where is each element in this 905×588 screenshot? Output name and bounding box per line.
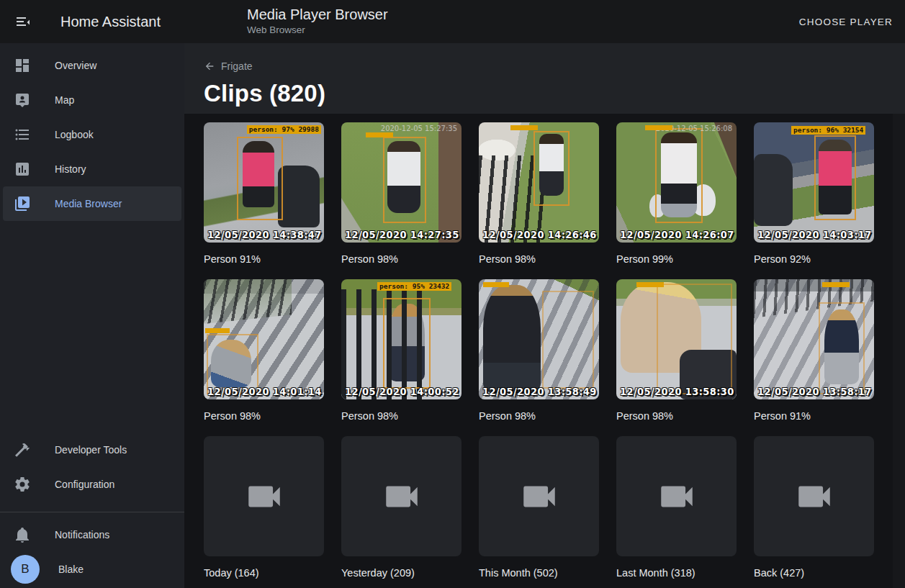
breadcrumb-back[interactable]: Frigate [204, 43, 253, 72]
clip-thumbnail: 12/05/2020 13:58:17 [754, 279, 874, 399]
detection-bbox [655, 128, 703, 223]
folder-thumbnail [341, 436, 461, 556]
detection-tag: person: 96% 32154 [791, 126, 865, 135]
video-icon [518, 476, 560, 517]
cog-icon [14, 476, 31, 493]
clip-thumbnail: person: 97% 29988 12/05/2020 14:38:47 [204, 122, 324, 243]
clip-item[interactable]: 12/05/2020 13:58:17 Person 91% [754, 279, 874, 435]
clip-timestamp: 12/05/2020 14:01:14 [207, 385, 322, 397]
clip-item[interactable]: 12/05/2020 13:58:49 Person 98% [479, 279, 599, 435]
clip-caption: Person 91% [754, 399, 874, 435]
clip-caption: Person 98% [204, 399, 324, 435]
clip-thumbnail: 2020-12-05 15:26:08 12/05/2020 14:26:07 [616, 122, 737, 243]
clip-thumbnail: person: 95% 23432 12/05/2020 14:00:52 [341, 279, 461, 399]
video-icon [656, 476, 698, 517]
folder-thumbnail [204, 436, 324, 556]
scrollbar-track [893, 114, 905, 588]
detection-tag [636, 282, 664, 287]
detection-tag: person: 97% 29988 [247, 125, 321, 134]
sidebar-item-overview[interactable]: Overview [3, 48, 181, 83]
sidebar-item-label: Developer Tools [55, 444, 127, 456]
arrow-left-icon [204, 60, 215, 72]
sidebar-item-history[interactable]: History [3, 152, 181, 186]
sidebar-item-developer-tools[interactable]: Developer Tools [3, 433, 181, 467]
media-browser-content: Frigate Clips (820) person: 97% 29988 12… [184, 43, 905, 588]
clip-item[interactable]: 2020-12-05 15:26:08 12/05/2020 14:26:07 … [616, 122, 737, 278]
camera-watermark: 2020-12-05 15:27:35 [381, 125, 457, 132]
app-title: Home Assistant [60, 14, 161, 30]
sidebar-item-label: Logbook [55, 129, 94, 140]
folder-thumbnail [754, 436, 874, 556]
breadcrumb-label: Frigate [221, 60, 253, 72]
view-dashboard-icon [14, 57, 31, 74]
detection-bbox [819, 302, 865, 394]
video-icon [243, 476, 285, 517]
page-title: Media Player Browser [247, 6, 388, 23]
page-subtitle: Web Browser [247, 24, 388, 35]
chart-box-icon [14, 160, 31, 178]
clip-item[interactable]: 2020-12-05 15:27:35 12/05/2020 14:27:35 … [341, 122, 461, 278]
detection-bbox [383, 137, 426, 223]
detection-tag [822, 282, 850, 287]
detection-tag: person: 95% 23432 [377, 282, 451, 291]
clip-caption: Person 99% [616, 243, 737, 278]
folder-thumbnail [479, 436, 599, 556]
folder-label: Last Month (318) [616, 556, 737, 588]
app-root: Home Assistant Media Player Browser Web … [0, 0, 905, 588]
folder-item-back[interactable]: Back (427) [754, 436, 874, 588]
sidebar-item-media-browser[interactable]: Media Browser [3, 186, 181, 221]
clip-item[interactable]: 12/05/2020 13:58:30 Person 98% [616, 279, 737, 435]
sidebar-item-configuration[interactable]: Configuration [3, 467, 181, 502]
clip-caption: Person 98% [479, 243, 599, 278]
clip-thumbnail: 2020-12-05 15:27:35 12/05/2020 14:27:35 [341, 122, 461, 243]
page-title-block: Media Player Browser Web Browser [247, 6, 388, 35]
clip-item[interactable]: 12/05/2020 14:01:14 Person 98% [204, 279, 324, 435]
detection-bbox [814, 135, 856, 220]
folder-label: Yesterday (209) [341, 556, 461, 588]
folder-thumbnail [616, 436, 737, 556]
detection-tag [645, 125, 672, 130]
folder-label: Back (427) [754, 556, 874, 588]
detection-tag [510, 125, 538, 130]
clip-item[interactable]: person: 97% 29988 12/05/2020 14:38:47 Pe… [204, 122, 324, 278]
sidebar-item-label: Overview [55, 60, 96, 71]
clip-item[interactable]: person: 96% 32154 12/05/2020 14:03:17 Pe… [754, 122, 874, 278]
clip-item[interactable]: 12/05/2020 14:26:46 Person 98% [479, 122, 599, 278]
sidebar-item-user-profile[interactable]: B Blake [3, 552, 181, 587]
folder-item-last-month[interactable]: Last Month (318) [616, 436, 737, 588]
sidebar-item-label: Configuration [55, 479, 114, 490]
sidebar: Overview Map Logbook History [0, 43, 184, 588]
folder-label: This Month (502) [479, 556, 599, 588]
hammer-icon [14, 441, 31, 458]
detection-bbox [237, 137, 283, 220]
sidebar-item-notifications[interactable]: Notifications [3, 517, 181, 552]
sidebar-item-logbook[interactable]: Logbook [3, 117, 181, 152]
sidebar-collapse-icon[interactable] [14, 13, 32, 30]
clip-caption: Person 98% [479, 399, 599, 435]
clip-timestamp: 12/05/2020 13:58:17 [757, 385, 872, 397]
folder-item-yesterday[interactable]: Yesterday (209) [341, 436, 461, 588]
clip-thumbnail: 12/05/2020 13:58:49 [479, 279, 599, 399]
folder-item-this-month[interactable]: This Month (502) [479, 436, 599, 588]
clip-item[interactable]: person: 95% 23432 12/05/2020 14:00:52 Pe… [341, 279, 461, 435]
clip-timestamp: 12/05/2020 13:58:49 [482, 385, 597, 397]
choose-player-button[interactable]: CHOOSE PLAYER [799, 0, 893, 43]
clip-timestamp: 12/05/2020 14:38:47 [207, 228, 322, 240]
avatar: B [11, 555, 40, 584]
clip-thumbnail: 12/05/2020 14:01:14 [204, 279, 324, 399]
sidebar-item-map[interactable]: Map [3, 83, 181, 117]
detection-bbox [657, 284, 732, 394]
clip-timestamp: 12/05/2020 14:26:07 [620, 228, 734, 240]
detection-bbox [383, 298, 431, 389]
clip-thumbnail: 12/05/2020 14:26:46 [479, 122, 599, 243]
clip-timestamp: 12/05/2020 13:58:30 [620, 385, 734, 397]
folder-item-today[interactable]: Today (164) [204, 436, 324, 588]
clip-thumbnail: 12/05/2020 13:58:30 [616, 279, 737, 399]
page-section-title: Clips (820) [204, 80, 905, 107]
detection-bbox [533, 131, 569, 206]
detection-tag [366, 132, 393, 137]
user-name: Blake [58, 564, 84, 575]
sidebar-item-label: Media Browser [55, 198, 122, 209]
video-icon [793, 476, 835, 517]
account-box-icon [14, 91, 31, 109]
